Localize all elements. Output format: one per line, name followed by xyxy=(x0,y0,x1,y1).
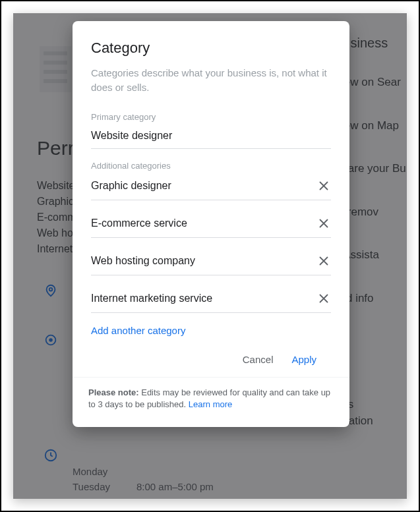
additional-category-value: E-commerce service xyxy=(91,217,187,229)
additional-category-value: Web hosting company xyxy=(91,255,195,267)
close-icon xyxy=(316,216,331,231)
close-icon xyxy=(316,179,331,193)
learn-more-link[interactable]: Learn more xyxy=(189,399,232,409)
remove-category-button[interactable] xyxy=(316,254,331,268)
close-icon xyxy=(316,254,331,268)
primary-category-label: Primary category xyxy=(91,112,331,122)
remove-category-button[interactable] xyxy=(316,291,331,306)
category-modal: Category Categories describe what your b… xyxy=(73,21,349,427)
close-icon xyxy=(316,291,331,306)
additional-category-value: Graphic designer xyxy=(91,180,171,192)
additional-category-input[interactable]: E-commerce service xyxy=(91,212,331,238)
remove-category-button[interactable] xyxy=(316,179,331,193)
additional-category-input[interactable]: Web hosting company xyxy=(91,250,331,275)
modal-description: Categories describe what your business i… xyxy=(91,66,331,95)
cancel-button[interactable]: Cancel xyxy=(243,354,274,365)
primary-category-value: Website designer xyxy=(91,130,172,142)
edit-note: Please note: Edits may be reviewed for q… xyxy=(73,378,349,422)
additional-category-input[interactable]: Internet marketing service xyxy=(91,287,331,313)
additional-category-input[interactable]: Graphic designer xyxy=(91,175,331,200)
primary-category-input[interactable]: Website designer xyxy=(91,126,331,149)
additional-category-value: Internet marketing service xyxy=(91,293,212,304)
remove-category-button[interactable] xyxy=(316,216,331,231)
apply-button[interactable]: Apply xyxy=(291,354,316,365)
additional-categories-label: Additional categories xyxy=(91,161,331,171)
add-category-link[interactable]: Add another category xyxy=(91,325,185,336)
modal-title: Category xyxy=(91,40,331,57)
note-prefix: Please note: xyxy=(88,387,139,397)
